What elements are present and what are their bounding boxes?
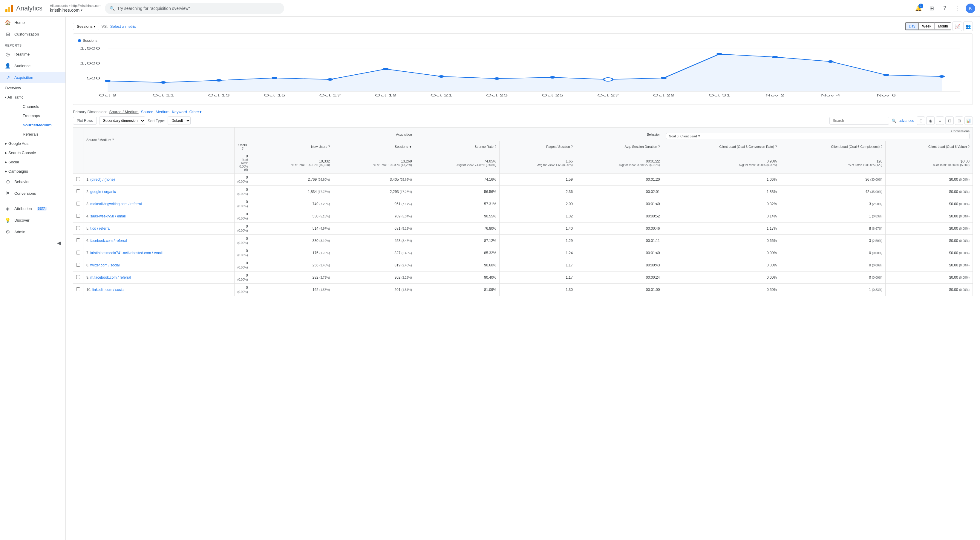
source-medium-dim-link[interactable]: Source / Medium — [109, 110, 138, 114]
grid-view-button[interactable]: ⊞ — [917, 116, 925, 125]
pie-chart-view-button[interactable]: ◉ — [926, 116, 935, 125]
source-medium-link[interactable]: google / organic — [90, 190, 116, 194]
source-medium-link[interactable]: twitter.com / social — [90, 263, 119, 267]
row-checkbox-input[interactable] — [76, 238, 80, 242]
pivot-view-button[interactable]: ⊞ — [955, 116, 963, 125]
row-checkbox[interactable] — [73, 284, 83, 296]
users-header[interactable]: Users ? — [234, 141, 251, 152]
row-checkbox-input[interactable] — [76, 214, 80, 218]
other-dim-link[interactable]: Other ▾ — [189, 110, 202, 114]
source-medium-link[interactable]: makealivingwriting.com / referral — [90, 202, 142, 206]
person-chart-icon[interactable]: 👥 — [963, 22, 973, 31]
week-button[interactable]: Week — [918, 22, 934, 30]
sidebar-item-acquisition[interactable]: ↗ Acquisition — [0, 71, 65, 83]
row-checkbox[interactable] — [73, 247, 83, 259]
source-medium-header[interactable]: Source / Medium ? — [83, 127, 235, 152]
home-icon: 🏠 — [5, 20, 11, 25]
row-checkbox[interactable] — [73, 173, 83, 186]
sidebar-item-home[interactable]: 🏠 Home — [0, 17, 65, 29]
row-checkbox[interactable] — [73, 259, 83, 272]
sidebar-item-source-medium[interactable]: Source/Medium — [18, 121, 65, 130]
avg-session-header[interactable]: Avg. Session Duration ? — [576, 141, 663, 152]
row-checkbox[interactable] — [73, 198, 83, 210]
sparkline-view-button[interactable]: 📊 — [964, 116, 973, 125]
row-checkbox-input[interactable] — [76, 226, 80, 230]
plot-rows-button[interactable]: Plot Rows — [73, 117, 97, 125]
day-button[interactable]: Day — [905, 22, 918, 30]
sidebar-item-social[interactable]: ▶ Social — [0, 157, 65, 167]
month-button[interactable]: Month — [935, 22, 951, 30]
source-medium-link[interactable]: linkedin.com / social — [92, 287, 124, 292]
sidebar-item-customization[interactable]: ⊞ Customization — [0, 29, 65, 40]
more-options-button[interactable]: ⋮ — [953, 3, 963, 14]
sidebar-item-campaigns[interactable]: ▶ Campaigns — [0, 167, 65, 176]
row-checkbox-input[interactable] — [76, 202, 80, 205]
sidebar-item-all-traffic[interactable]: ▾ All Traffic — [0, 92, 65, 102]
goal-dropdown[interactable]: Goal 6: Client Lead ▾ — [666, 133, 970, 139]
sidebar-item-search-console[interactable]: ▶ Search Console — [0, 148, 65, 157]
logo[interactable]: Analytics — [5, 4, 43, 13]
user-avatar[interactable]: K — [966, 3, 975, 13]
source-medium-link[interactable]: saas-weekly58 / email — [90, 214, 126, 218]
sidebar-item-conversions[interactable]: ⚑ Conversions — [0, 187, 65, 199]
sidebar-item-realtime[interactable]: ◷ Realtime — [0, 48, 65, 60]
sidebar-item-referrals[interactable]: Referrals — [18, 130, 65, 139]
line-chart-icon[interactable]: 📈 — [953, 22, 962, 31]
goal-comp-help-icon: ? — [880, 145, 882, 148]
row-checkbox-input[interactable] — [76, 287, 80, 291]
keyword-dim-link[interactable]: Keyword — [172, 110, 187, 114]
goal-conv-rate-header[interactable]: Client Lead (Goal 6 Conversion Rate) ? — [663, 141, 780, 152]
row-checkbox-input[interactable] — [76, 177, 80, 181]
sidebar-item-channels[interactable]: Channels — [18, 102, 65, 111]
advanced-link[interactable]: advanced — [899, 119, 914, 123]
source-medium-link[interactable]: (direct) / (none) — [90, 178, 115, 182]
source-medium-link[interactable]: facebook.com / referral — [90, 239, 127, 243]
bounce-rate-header[interactable]: Bounce Rate ? — [415, 141, 499, 152]
row-checkbox[interactable] — [73, 222, 83, 235]
collapse-sidebar-icon[interactable]: ◀ — [57, 240, 60, 246]
sidebar-item-attribution[interactable]: ◈ Attribution BETA — [0, 203, 65, 214]
sessions-dropdown[interactable]: Sessions ▾ — [73, 23, 99, 30]
sidebar-item-audience[interactable]: 👤 Audience — [0, 60, 65, 71]
sidebar-item-behavior[interactable]: ⊙ Behavior — [0, 176, 65, 187]
table-view-button[interactable]: ⊟ — [945, 116, 954, 125]
sidebar-item-treemaps[interactable]: Treemaps — [18, 111, 65, 121]
svg-point-13 — [272, 77, 278, 79]
goal-value-header[interactable]: Client Lead (Goal 6 Value) ? — [886, 141, 973, 152]
sidebar-item-google-ads[interactable]: ▶ Google Ads — [0, 139, 65, 148]
row-checkbox-input[interactable] — [76, 275, 80, 279]
row-checkbox[interactable] — [73, 235, 83, 247]
goal-conv-rate-val: 1.83% — [767, 190, 777, 194]
sort-type-select[interactable]: Default — [168, 116, 191, 125]
bar-chart-view-button[interactable]: ≡ — [936, 116, 944, 125]
row-checkbox-input[interactable] — [76, 189, 80, 193]
secondary-dim-select[interactable]: Secondary dimension — [99, 116, 145, 125]
notification-bell[interactable]: 🔔 1 — [913, 3, 924, 14]
source-medium-link[interactable]: t.co / referral — [90, 226, 110, 230]
select-metric-link[interactable]: Select a metric — [110, 24, 136, 29]
new-users-pct: (26.80%) — [318, 178, 330, 181]
goal-completions-val: 1 — [869, 214, 871, 218]
source-medium-link[interactable]: m.facebook.com / referral — [90, 275, 131, 280]
sidebar-item-overview[interactable]: Overview — [0, 83, 65, 92]
table-search-input[interactable] — [829, 117, 889, 125]
sidebar-item-admin[interactable]: ⚙ Admin — [0, 226, 65, 238]
source-dim-link[interactable]: Source — [141, 110, 153, 114]
sidebar-item-discover[interactable]: 💡 Discover — [0, 214, 65, 226]
sessions-header[interactable]: Sessions ▼ — [333, 141, 415, 152]
row-checkbox[interactable] — [73, 210, 83, 222]
pages-session-header[interactable]: Pages / Session ? — [500, 141, 576, 152]
new-users-header[interactable]: New Users ? — [251, 141, 333, 152]
medium-dim-link[interactable]: Medium — [156, 110, 169, 114]
breadcrumb-main[interactable]: kristihines.com ▾ — [50, 8, 101, 13]
apps-grid-button[interactable]: ⊞ — [926, 3, 937, 14]
help-button[interactable]: ? — [939, 3, 950, 14]
row-checkbox[interactable] — [73, 272, 83, 284]
search-bar[interactable]: 🔍 Try searching for "acquisition overvie… — [105, 3, 284, 14]
row-checkbox-input[interactable] — [76, 263, 80, 267]
source-medium-link[interactable]: kristihinesmedia741.activehosted.com / e… — [90, 251, 162, 255]
expand-icon3: ▶ — [5, 160, 7, 164]
row-checkbox-input[interactable] — [76, 251, 80, 254]
row-checkbox[interactable] — [73, 186, 83, 198]
goal-completions-header[interactable]: Client Lead (Goal 6 Completions) ? — [780, 141, 886, 152]
